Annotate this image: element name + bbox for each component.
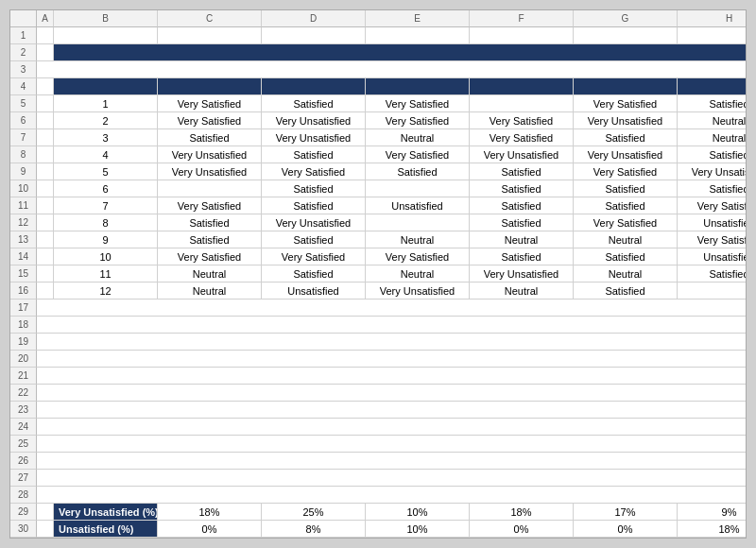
cell-h14: Unsatisfied — [678, 248, 747, 265]
row-num-6: 6 — [10, 112, 37, 129]
col-c-letter: C — [158, 10, 262, 27]
cell-b16: 12 — [54, 283, 158, 300]
col-d-letter: D — [262, 10, 366, 27]
cell-span-20 — [37, 351, 747, 368]
cell-h30: 18% — [678, 521, 747, 538]
cell-f31: 18% — [470, 538, 574, 539]
cell-h16 — [678, 283, 747, 300]
cell-span-28 — [37, 487, 747, 504]
col-header-p3 — [366, 78, 470, 95]
cell-e10 — [366, 180, 470, 197]
row-num-1: 1 — [10, 27, 37, 44]
cell-d1 — [262, 27, 366, 44]
cell-a15 — [37, 265, 54, 283]
cell-a29 — [37, 504, 54, 521]
col-header-p4 — [470, 78, 574, 95]
cell-g16: Satisfied — [574, 283, 678, 300]
summary-label-29: Very Unsatisfied (%) — [54, 504, 158, 521]
row-num-10: 10 — [10, 180, 37, 197]
cell-span-22 — [37, 385, 747, 402]
cell-a1 — [37, 27, 54, 44]
cell-b1 — [54, 27, 158, 44]
cell-e29: 10% — [366, 504, 470, 521]
cell-a10 — [37, 180, 54, 197]
cell-b5: 1 — [54, 95, 158, 112]
cell-a12 — [37, 214, 54, 231]
col-header-p2 — [262, 78, 366, 95]
row-num-31: 31 — [10, 538, 37, 539]
row-num-2: 2 — [10, 44, 37, 61]
cell-h5: Satisfied — [678, 95, 747, 112]
cell-d29: 25% — [262, 504, 366, 521]
row-num-28: 28 — [10, 487, 37, 504]
cell-g14: Satisfied — [574, 248, 678, 265]
cell-g12: Very Satisfied — [574, 214, 678, 231]
cell-e1 — [366, 27, 470, 44]
main-grid: A B C D E F G H 1 2 3 4 — [10, 10, 746, 539]
row-num-12: 12 — [10, 214, 37, 231]
col-e-letter: E — [366, 10, 470, 27]
cell-a2 — [37, 44, 54, 61]
row-num-18: 18 — [10, 317, 37, 334]
row-num-20: 20 — [10, 351, 37, 368]
cell-span-23 — [37, 402, 747, 419]
sheet-grid: A B C D E F G H 1 2 3 4 — [10, 10, 746, 538]
cell-a8 — [37, 146, 54, 163]
cell-g5: Very Satisfied — [574, 95, 678, 112]
row-num-13: 13 — [10, 231, 37, 248]
cell-e11: Unsatisfied — [366, 197, 470, 214]
row-num-23: 23 — [10, 402, 37, 419]
row-num-4: 4 — [10, 78, 37, 95]
cell-f11: Satisfied — [470, 197, 574, 214]
cell-h10: Satisfied — [678, 180, 747, 197]
cell-g31: 17% — [574, 538, 678, 539]
cell-span-25 — [37, 436, 747, 453]
cell-c6: Very Satisfied — [158, 112, 262, 129]
cell-g29: 17% — [574, 504, 678, 521]
spreadsheet-title — [54, 44, 747, 61]
cell-g15: Neutral — [574, 265, 678, 283]
cell-a6 — [37, 112, 54, 129]
cell-span-27 — [37, 470, 747, 487]
cell-b7: 3 — [54, 129, 158, 146]
row-num-29: 29 — [10, 504, 37, 521]
col-header-p6 — [678, 78, 747, 95]
row-num-14: 14 — [10, 248, 37, 265]
summary-label-30: Unsatisfied (%) — [54, 521, 158, 538]
cell-c16: Neutral — [158, 283, 262, 300]
cell-h11: Very Satisfied — [678, 197, 747, 214]
cell-d31: 0% — [262, 538, 366, 539]
cell-c14: Very Satisfied — [158, 248, 262, 265]
cell-c15: Neutral — [158, 265, 262, 283]
cell-b11: 7 — [54, 197, 158, 214]
cell-h6: Neutral — [678, 112, 747, 129]
cell-d12: Very Unsatisfied — [262, 214, 366, 231]
cell-a11 — [37, 197, 54, 214]
cell-d5: Satisfied — [262, 95, 366, 112]
cell-a14 — [37, 248, 54, 265]
cell-d15: Satisfied — [262, 265, 366, 283]
cell-span-19 — [37, 334, 747, 351]
cell-c7: Satisfied — [158, 129, 262, 146]
cell-g30: 0% — [574, 521, 678, 538]
cell-f5 — [470, 95, 574, 112]
cell-f29: 18% — [470, 504, 574, 521]
cell-span-18 — [37, 317, 747, 334]
cell-g10: Satisfied — [574, 180, 678, 197]
row-num-19: 19 — [10, 334, 37, 351]
cell-f12: Satisfied — [470, 214, 574, 231]
cell-e8: Very Satisfied — [366, 146, 470, 163]
cell-d7: Very Unsatisfied — [262, 129, 366, 146]
cell-f7: Very Satisfied — [470, 129, 574, 146]
row-num-3: 3 — [10, 61, 37, 78]
cell-c8: Very Unsatisfied — [158, 146, 262, 163]
cell-f16: Neutral — [470, 283, 574, 300]
row-num-5: 5 — [10, 95, 37, 112]
cell-c12: Satisfied — [158, 214, 262, 231]
cell-d11: Satisfied — [262, 197, 366, 214]
cell-span-21 — [37, 368, 747, 385]
cell-b9: 5 — [54, 163, 158, 180]
cell-d14: Very Satisfied — [262, 248, 366, 265]
cell-c30: 0% — [158, 521, 262, 538]
cell-e16: Very Unsatisfied — [366, 283, 470, 300]
